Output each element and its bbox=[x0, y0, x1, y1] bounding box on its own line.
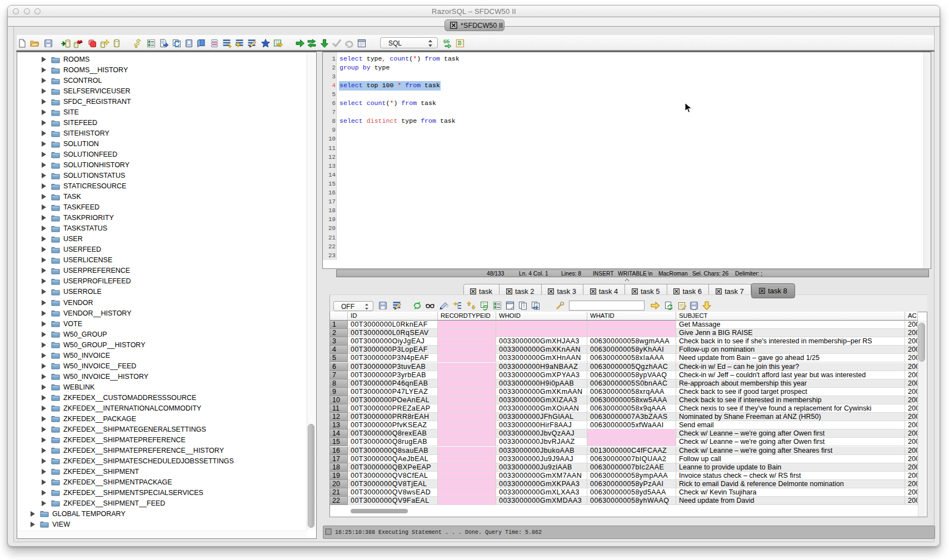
svg-text:66: 66 bbox=[443, 39, 450, 44]
